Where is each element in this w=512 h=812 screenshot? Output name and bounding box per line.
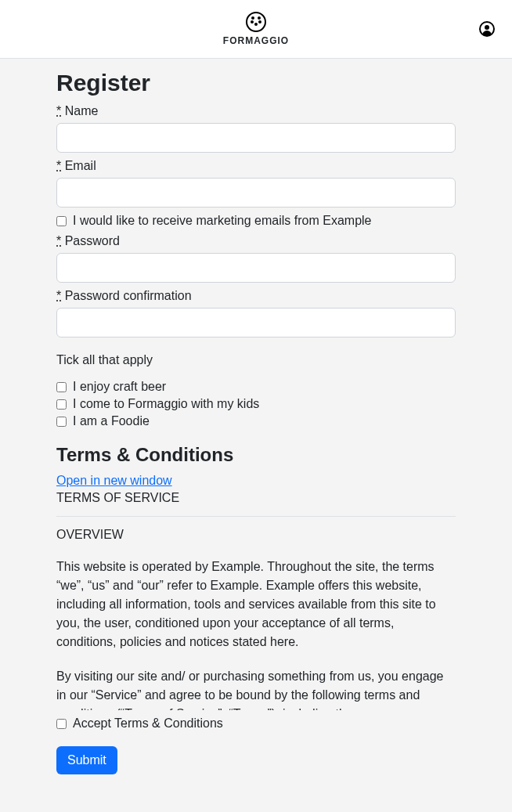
option-row: I enjoy craft beer bbox=[56, 380, 456, 394]
pizza-icon bbox=[246, 12, 266, 32]
option-label: I am a Foodie bbox=[73, 414, 150, 428]
terms-heading: Terms & Conditions bbox=[56, 444, 456, 466]
accept-terms-checkbox[interactable] bbox=[56, 719, 67, 729]
option-checkbox-kids[interactable] bbox=[56, 399, 67, 410]
password-confirm-group: * Password confirmation bbox=[56, 289, 456, 337]
password-label: * Password bbox=[56, 234, 456, 248]
user-icon[interactable] bbox=[479, 21, 495, 37]
email-input[interactable] bbox=[56, 178, 456, 208]
terms-content: TERMS OF SERVICE OVERVIEW This website i… bbox=[56, 491, 456, 710]
email-label: * Email bbox=[56, 159, 456, 173]
required-mark: * bbox=[56, 104, 61, 117]
option-checkbox-beer[interactable] bbox=[56, 382, 67, 392]
marketing-label: I would like to receive marketing emails… bbox=[73, 214, 371, 228]
required-mark: * bbox=[56, 159, 61, 172]
divider bbox=[56, 516, 456, 517]
brand-name: FORMAGGIO bbox=[223, 35, 289, 46]
option-label: I come to Formaggio with my kids bbox=[73, 397, 259, 411]
page-title: Register bbox=[56, 70, 456, 96]
email-label-text: Email bbox=[65, 159, 96, 172]
main-content: Register * Name * Email I would like to … bbox=[56, 59, 456, 790]
option-row: I come to Formaggio with my kids bbox=[56, 397, 456, 411]
password-confirm-label-text: Password confirmation bbox=[65, 289, 192, 302]
terms-service-title: TERMS OF SERVICE bbox=[56, 491, 456, 505]
password-input[interactable] bbox=[56, 253, 456, 283]
password-confirm-label: * Password confirmation bbox=[56, 289, 456, 303]
name-label: * Name bbox=[56, 104, 456, 118]
email-group: * Email bbox=[56, 159, 456, 208]
marketing-checkbox-row: I would like to receive marketing emails… bbox=[56, 214, 456, 228]
open-terms-link[interactable]: Open in new window bbox=[56, 474, 172, 488]
required-mark: * bbox=[56, 289, 61, 302]
name-label-text: Name bbox=[65, 104, 99, 117]
name-group: * Name bbox=[56, 104, 456, 153]
accept-terms-row: Accept Terms & Conditions bbox=[56, 716, 456, 731]
option-checkbox-foodie[interactable] bbox=[56, 417, 67, 427]
terms-paragraph: By visiting our site and/ or purchasing … bbox=[56, 667, 456, 710]
logo[interactable]: FORMAGGIO bbox=[223, 12, 289, 46]
overview-title: OVERVIEW bbox=[56, 528, 456, 542]
name-input[interactable] bbox=[56, 123, 456, 153]
password-label-text: Password bbox=[65, 234, 120, 247]
terms-paragraph: This website is operated by Example. Thr… bbox=[56, 558, 456, 651]
option-label: I enjoy craft beer bbox=[73, 380, 166, 394]
accept-terms-label: Accept Terms & Conditions bbox=[73, 716, 223, 731]
password-confirm-input[interactable] bbox=[56, 308, 456, 337]
submit-button[interactable]: Submit bbox=[56, 746, 117, 774]
marketing-checkbox[interactable] bbox=[56, 216, 67, 226]
tick-label: Tick all that apply bbox=[56, 353, 456, 367]
option-row: I am a Foodie bbox=[56, 414, 456, 428]
options-group: I enjoy craft beer I come to Formaggio w… bbox=[56, 380, 456, 428]
required-mark: * bbox=[56, 234, 61, 247]
header: FORMAGGIO bbox=[0, 0, 512, 59]
password-group: * Password bbox=[56, 234, 456, 283]
